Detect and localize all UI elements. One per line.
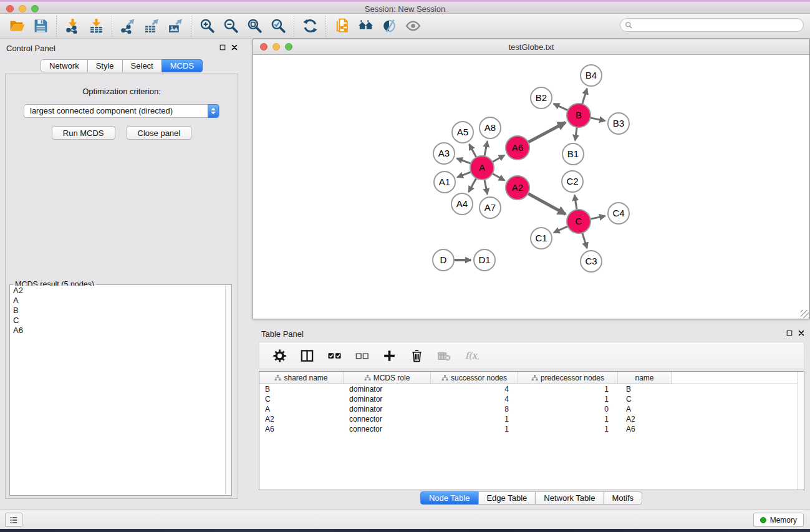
node-B4[interactable]: B4 [581, 65, 602, 86]
edge-A-A3[interactable] [457, 158, 472, 164]
float-table-panel-icon[interactable] [786, 329, 793, 337]
node-C[interactable]: C [567, 210, 591, 233]
gear-icon[interactable] [266, 345, 293, 366]
select-all-icon[interactable] [321, 345, 348, 366]
deselect-all-icon[interactable] [348, 345, 375, 366]
edge-A-A8[interactable] [485, 142, 488, 157]
node-D1[interactable]: D1 [474, 249, 495, 271]
column-header-name[interactable]: name [618, 372, 672, 384]
network-from-document-icon[interactable] [330, 16, 354, 36]
node-A7[interactable]: A7 [480, 197, 501, 218]
edge-A-A5[interactable] [470, 144, 477, 158]
node-D[interactable]: D [433, 249, 454, 271]
run-mcds-button[interactable]: Run MCDS [52, 126, 115, 140]
table-row[interactable]: Adominator80A [259, 404, 804, 414]
edge-C-C2[interactable] [574, 195, 577, 211]
add-column-icon[interactable] [375, 345, 403, 366]
task-history-button[interactable] [5, 513, 22, 527]
node-A1[interactable]: A1 [434, 172, 455, 193]
import-table-icon[interactable] [84, 16, 108, 36]
column-header-shared-name[interactable]: shared name [259, 372, 344, 384]
edge-C-C3[interactable] [582, 232, 587, 248]
criterion-dropdown[interactable]: largest connected component (directed) [24, 104, 219, 118]
edge-A-A1[interactable] [458, 172, 472, 177]
node-A8[interactable]: A8 [480, 117, 501, 138]
float-panel-icon[interactable] [219, 44, 226, 51]
tab-node-table[interactable]: Node Table [420, 491, 479, 505]
network-canvas[interactable]: B4B2BB3A8A5A6A3B1AA1C2A2A4A7C4CC1C3DD1 [253, 55, 809, 319]
node-A4[interactable]: A4 [451, 193, 473, 215]
edge-A2-C[interactable] [528, 193, 566, 215]
node-B3[interactable]: B3 [608, 113, 629, 134]
window-resize-grip[interactable] [801, 310, 809, 318]
node-A3[interactable]: A3 [433, 143, 455, 164]
search-input[interactable] [633, 19, 803, 31]
node-A2[interactable]: A2 [506, 176, 529, 200]
tab-network[interactable]: Network [41, 59, 88, 72]
node-C3[interactable]: C3 [581, 251, 602, 272]
memory-button[interactable]: Memory [753, 513, 804, 527]
edge-B-B3[interactable] [590, 118, 605, 121]
result-item[interactable]: B [11, 306, 225, 316]
node-A[interactable]: A [470, 156, 494, 180]
result-item[interactable]: C [11, 316, 225, 326]
network-graph[interactable]: B4B2BB3A8A5A6A3B1AA1C2A2A4A7C4CC1C3DD1 [253, 55, 809, 319]
edge-A-A7[interactable] [485, 179, 488, 195]
delete-column-icon[interactable] [403, 345, 430, 366]
refresh-icon[interactable] [298, 16, 322, 36]
node-B2[interactable]: B2 [531, 87, 552, 109]
export-image-icon[interactable] [163, 16, 187, 36]
export-network-icon[interactable] [116, 16, 140, 36]
close-panel-button[interactable]: Close panel [127, 126, 192, 140]
save-session-icon[interactable] [29, 16, 52, 36]
node-A6[interactable]: A6 [506, 136, 529, 160]
table-row[interactable]: Cdominator41C [259, 394, 804, 404]
column-header-successor-nodes[interactable]: successor nodes [431, 372, 518, 384]
open-file-icon[interactable] [5, 16, 29, 36]
edge-C-C1[interactable] [554, 226, 569, 233]
node-B[interactable]: B [567, 104, 591, 127]
result-item[interactable]: A6 [11, 326, 225, 336]
edge-B-B4[interactable] [582, 89, 587, 105]
edge-A-A4[interactable] [469, 178, 477, 192]
zoom-in-icon[interactable] [195, 16, 219, 36]
edge-B-B2[interactable] [554, 104, 569, 110]
column-header-mcds-role[interactable]: MCDS role [344, 372, 431, 384]
edge-A-A2[interactable] [492, 173, 504, 181]
tab-motifs[interactable]: Motifs [603, 491, 642, 505]
edge-B-B1[interactable] [575, 127, 577, 140]
column-header-predecessor-nodes[interactable]: predecessor nodes [518, 372, 618, 384]
home-icon[interactable] [354, 16, 377, 36]
table-row[interactable]: Bdominator41B [259, 384, 804, 394]
zoom-out-icon[interactable] [219, 16, 243, 36]
node-B1[interactable]: B1 [562, 143, 584, 165]
tab-select[interactable]: Select [122, 59, 162, 72]
result-item[interactable]: A2 [11, 286, 225, 296]
result-item[interactable]: A [11, 296, 225, 306]
search-field[interactable] [620, 18, 804, 32]
node-C4[interactable]: C4 [608, 203, 629, 224]
zoom-selected-icon[interactable] [266, 16, 290, 36]
hide-graphics-details-icon[interactable] [377, 16, 401, 36]
close-panel-icon[interactable] [231, 44, 238, 51]
table-row[interactable]: A6connector11A6 [259, 424, 804, 434]
edge-C-C4[interactable] [590, 216, 605, 219]
close-table-panel-icon[interactable] [798, 329, 805, 337]
export-table-icon[interactable] [140, 16, 163, 36]
node-C2[interactable]: C2 [562, 171, 583, 192]
table-scrollbar[interactable] [798, 372, 804, 490]
network-window-titlebar[interactable]: testGlobe.txt [253, 39, 809, 55]
tab-style[interactable]: Style [87, 59, 123, 72]
zoom-fit-content-icon[interactable] [243, 16, 266, 36]
table-row[interactable]: A2connector11A2 [259, 414, 804, 424]
show-annotations-icon[interactable] [401, 16, 425, 36]
node-A5[interactable]: A5 [452, 122, 473, 143]
show-column-icon[interactable] [293, 345, 321, 366]
edge-A-A6[interactable] [492, 155, 504, 163]
node-C1[interactable]: C1 [531, 228, 552, 249]
tab-mcds[interactable]: MCDS [162, 59, 203, 72]
tab-edge-table[interactable]: Edge Table [478, 491, 536, 505]
edge-A6-B[interactable] [528, 122, 566, 142]
result-scrollbar[interactable] [225, 286, 231, 495]
tab-network-table[interactable]: Network Table [535, 491, 604, 505]
